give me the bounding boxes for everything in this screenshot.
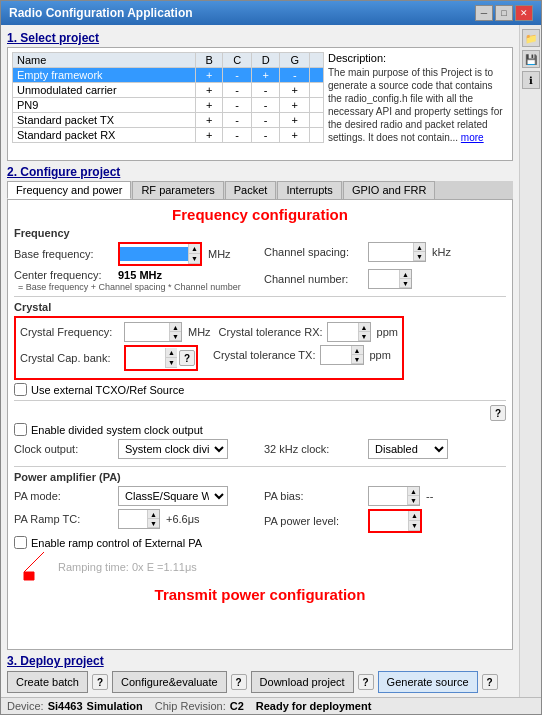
channel-num-spinner[interactable]: 0 ▲ ▼ [368,269,412,289]
info-icon-btn[interactable]: ℹ [522,71,540,89]
channel-spacing-row: Channel spacing: 250.00 ▲ ▼ kHz [264,242,506,262]
clock-32k-col: 32 kHz clock: Disabled [264,439,506,462]
crystal-tol-rx-up[interactable]: ▲ [358,323,370,332]
table-row[interactable]: Standard packet RX + - - + [13,128,324,143]
pa-bias-spinner[interactable]: 0x 0 ▲ ▼ [368,486,420,506]
channel-spacing-up[interactable]: ▲ [413,243,425,252]
crystal-tol-rx-input[interactable]: 10.0 [328,325,358,339]
clock-help[interactable]: ? [490,405,506,421]
download-project-button[interactable]: Download project [251,671,354,693]
pa-mode-label: PA mode: [14,490,114,502]
tcxo-checkbox[interactable] [14,383,27,396]
generate-help[interactable]: ? [482,674,498,690]
more-link[interactable]: more [461,132,484,143]
crystal-tol-tx-unit: ppm [370,349,391,361]
row-c: - [223,128,252,143]
crystal-cap-input[interactable]: 0x 62 [127,351,165,365]
device-value: Si4463 [48,700,83,712]
channel-num-row: Channel number: 0 ▲ ▼ [264,269,506,289]
pa-bias-down[interactable]: ▼ [407,496,419,505]
section-3-header: 3. Deploy project [7,654,513,668]
pa-power-input[interactable]: 0x 7F [370,514,408,528]
folder-icon-btn[interactable]: 📁 [522,29,540,47]
channel-num-input[interactable]: 0 [369,272,399,286]
row-g: - [280,68,310,83]
crystal-cap-down[interactable]: ▼ [165,358,177,368]
configure-evaluate-button[interactable]: Configure&evaluate [112,671,227,693]
crystal-cap-help[interactable]: ? [179,350,195,366]
base-freq-up[interactable]: ▲ [188,244,200,254]
main-content: 1. Select project Name B C D G [1,25,541,697]
create-batch-help[interactable]: ? [92,674,108,690]
col-d: D [251,53,280,68]
crystal-tol-rx-label: Crystal tolerance RX: [219,326,323,338]
crystal-tol-tx-spinner[interactable]: 10.0 ▲ ▼ [320,345,364,365]
section-2-header: 2. Configure project [7,165,513,179]
clock-32k-select[interactable]: Disabled [368,439,448,459]
pa-power-spinner[interactable]: 0x 7F ▲ ▼ [370,511,420,531]
crystal-tol-rx-spinner[interactable]: 10.0 ▲ ▼ [327,322,371,342]
ramping-annotation: Ramping time: 0x E =1.11μs [14,552,506,582]
row-c: - [223,98,252,113]
tab-packet[interactable]: Packet [225,181,277,199]
tab-frequency-and-power[interactable]: Frequency and power [7,181,131,199]
create-batch-button[interactable]: Create batch [7,671,88,693]
tcxo-row: Use external TCXO/Ref Source [14,383,506,396]
row-d: - [251,113,280,128]
deploy-buttons: Create batch ? Configure&evaluate ? Down… [7,671,513,693]
clk-divide-checkbox[interactable] [14,423,27,436]
pa-power-label: PA power level: [264,515,364,527]
channel-num-up[interactable]: ▲ [399,270,411,279]
table-row[interactable]: Unmodulated carrier + - - + [13,83,324,98]
tab-interrupts[interactable]: Interrupts [277,181,341,199]
pa-ramp-spinner[interactable]: 29 ▲ ▼ [118,509,160,529]
pa-ramp-input[interactable]: 29 [119,512,147,526]
crystal-tol-tx-down[interactable]: ▼ [351,355,363,364]
channel-num-down[interactable]: ▼ [399,279,411,288]
base-freq-down[interactable]: ▼ [188,254,200,264]
crystal-freq-arrows: ▲ ▼ [169,323,181,341]
configure-help[interactable]: ? [231,674,247,690]
pa-power-up[interactable]: ▲ [408,511,420,521]
crystal-tol-tx-up[interactable]: ▲ [351,346,363,355]
restore-button[interactable]: □ [495,5,513,21]
channel-num-label: Channel number: [264,273,364,285]
pa-bias-input[interactable]: 0x 0 [369,489,407,503]
crystal-freq-down[interactable]: ▼ [169,332,181,341]
table-row[interactable]: Standard packet TX + - - + [13,113,324,128]
save-icon-btn[interactable]: 💾 [522,50,540,68]
table-row[interactable]: Empty framework + - + - [13,68,324,83]
pa-power-down[interactable]: ▼ [408,521,420,531]
base-freq-spinner[interactable]: 915.00000 ▲ ▼ [120,244,200,264]
clock-32k-row: 32 kHz clock: Disabled [264,439,506,459]
base-freq-input[interactable]: 915.00000 [120,247,188,261]
clock-output-select[interactable]: System clock divic [118,439,228,459]
channel-spacing-down[interactable]: ▼ [413,252,425,261]
crystal-tol-tx-input[interactable]: 10.0 [321,348,351,362]
base-freq-input-box: 915.00000 ▲ ▼ [118,242,202,266]
crystal-subsection: Crystal [14,301,506,313]
crystal-freq-spinner[interactable]: 30.000 ▲ ▼ [124,322,182,342]
channel-spacing-input[interactable]: 250.00 [369,245,413,259]
channel-spacing-spinner[interactable]: 250.00 ▲ ▼ [368,242,426,262]
pa-ramp-down[interactable]: ▼ [147,519,159,528]
close-button[interactable]: ✕ [515,5,533,21]
crystal-tol-rx-unit: ppm [377,326,398,338]
crystal-cap-spinner[interactable]: 0x 62 ▲ ▼ [127,348,177,368]
pa-mode-select[interactable]: ClassE/Square W [118,486,228,506]
chip-label: Chip Revision: [155,700,226,712]
crystal-cap-up[interactable]: ▲ [165,348,177,358]
pa-ramp-up[interactable]: ▲ [147,510,159,519]
table-row[interactable]: PN9 + - - + [13,98,324,113]
crystal-tol-rx-down[interactable]: ▼ [358,332,370,341]
pa-bias-up[interactable]: ▲ [407,487,419,496]
generate-source-button[interactable]: Generate source [378,671,478,693]
tab-gpio-and-frr[interactable]: GPIO and FRR [343,181,436,199]
download-help[interactable]: ? [358,674,374,690]
ramp-control-checkbox[interactable] [14,536,27,549]
tab-rf-parameters[interactable]: RF parameters [132,181,223,199]
col-scroll [310,53,324,68]
minimize-button[interactable]: ─ [475,5,493,21]
crystal-freq-input[interactable]: 30.000 [125,325,169,339]
crystal-freq-up[interactable]: ▲ [169,323,181,332]
